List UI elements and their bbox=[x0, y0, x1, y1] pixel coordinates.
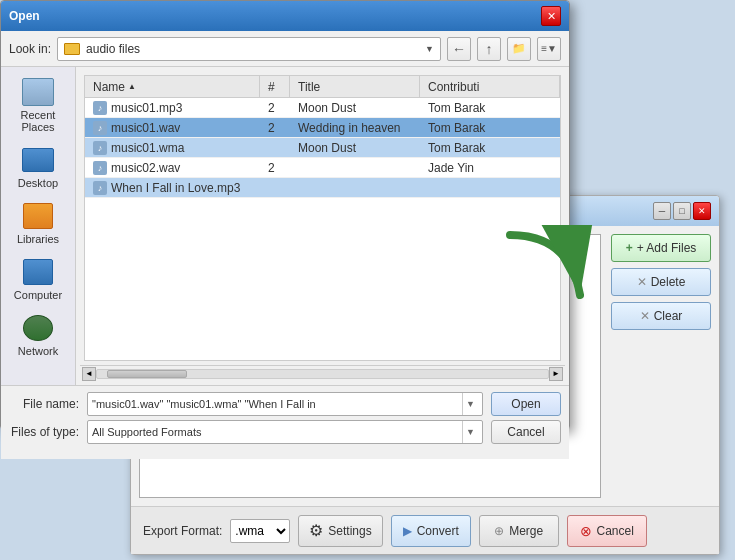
close-main-button[interactable]: ✕ bbox=[693, 202, 711, 220]
look-in-label: Look in: bbox=[9, 42, 51, 56]
main-bottom-bar: Export Format: .wma ⚙ Settings ▶ Convert… bbox=[131, 506, 719, 554]
add-files-button[interactable]: + + Add Files bbox=[611, 234, 711, 262]
sort-arrow-icon: ▲ bbox=[128, 82, 136, 91]
filetype-row: Files of type: All Supported Formats ▼ C… bbox=[9, 420, 561, 444]
dialog-close-button[interactable]: ✕ bbox=[541, 6, 561, 26]
back-button[interactable]: ← bbox=[447, 37, 471, 61]
libraries-icon bbox=[20, 201, 56, 231]
col-header-name[interactable]: Name ▲ bbox=[85, 76, 260, 97]
cancel-main-label: Cancel bbox=[597, 524, 634, 538]
export-format-label: Export Format: bbox=[143, 524, 222, 538]
settings-button[interactable]: ⚙ Settings bbox=[298, 515, 382, 547]
filename-value: "music01.wav" "music01.wma" "When I Fall… bbox=[92, 398, 462, 410]
col-header-title[interactable]: Title bbox=[290, 76, 420, 97]
table-row[interactable]: ♪ music01.wav 2 Wedding in heaven Tom Ba… bbox=[85, 118, 560, 138]
folder-icon bbox=[64, 43, 80, 55]
convert-icon: ▶ bbox=[403, 524, 412, 538]
col-header-num[interactable]: # bbox=[260, 76, 290, 97]
convert-label: Convert bbox=[417, 524, 459, 538]
horizontal-scrollbar[interactable]: ◄ ► bbox=[80, 365, 565, 381]
filetype-combo[interactable]: All Supported Formats ▼ bbox=[87, 420, 483, 444]
minimize-button[interactable]: ─ bbox=[653, 202, 671, 220]
look-in-combo[interactable]: audio files ▼ bbox=[57, 37, 441, 61]
merge-icon: ⊕ bbox=[494, 524, 504, 538]
desktop-label: Desktop bbox=[18, 177, 58, 189]
music-file-icon: ♪ bbox=[93, 121, 107, 135]
add-files-label: + Add Files bbox=[637, 241, 697, 255]
sidebar-nav: Recent Places Desktop Libraries Computer bbox=[1, 67, 76, 385]
dialog-title-bar: Open ✕ bbox=[1, 1, 569, 31]
dialog-main-area: Recent Places Desktop Libraries Computer bbox=[1, 67, 569, 385]
table-row[interactable]: ♪ When I Fall in Love.mp3 bbox=[85, 178, 560, 198]
file-name-cell: ♪ music01.wma bbox=[85, 140, 260, 156]
file-name-cell: ♪ music02.wav bbox=[85, 160, 260, 176]
col-title-label: Title bbox=[298, 80, 320, 94]
scroll-right-button[interactable]: ► bbox=[549, 367, 563, 381]
up-folder-button[interactable]: ↑ bbox=[477, 37, 501, 61]
computer-label: Computer bbox=[14, 289, 62, 301]
convert-button[interactable]: ▶ Convert bbox=[391, 515, 471, 547]
sidebar-item-recent-places[interactable]: Recent Places bbox=[4, 73, 72, 137]
view-button[interactable]: ≡▼ bbox=[537, 37, 561, 61]
sidebar-item-network[interactable]: Network bbox=[4, 309, 72, 361]
settings-label: Settings bbox=[328, 524, 371, 538]
dialog-bottom: File name: "music01.wav" "music01.wma" "… bbox=[1, 385, 569, 459]
col-name-label: Name bbox=[93, 80, 125, 94]
recent-places-icon bbox=[20, 77, 56, 107]
right-button-panel: + + Add Files ✕ Delete ✕ Clear bbox=[609, 226, 719, 506]
merge-button[interactable]: ⊕ Merge bbox=[479, 515, 559, 547]
maximize-button[interactable]: □ bbox=[673, 202, 691, 220]
dialog-toolbar: Look in: audio files ▼ ← ↑ 📁 ≡▼ bbox=[1, 31, 569, 67]
cancel-button-label: Cancel bbox=[507, 425, 544, 439]
format-select[interactable]: .wma bbox=[230, 519, 290, 543]
file-name-cell: ♪ When I Fall in Love.mp3 bbox=[85, 180, 260, 196]
filename-combo[interactable]: "music01.wav" "music01.wma" "When I Fall… bbox=[87, 392, 483, 416]
music-file-icon: ♪ bbox=[93, 181, 107, 195]
new-folder-button[interactable]: 📁 bbox=[507, 37, 531, 61]
file-rows: ♪ music01.mp3 2 Moon Dust Tom Barak ♪ mu… bbox=[85, 98, 560, 360]
scrollbar-thumb[interactable] bbox=[107, 370, 187, 378]
dialog-title: Open bbox=[9, 9, 40, 23]
filename-combo-arrow[interactable]: ▼ bbox=[462, 393, 478, 415]
music-file-icon: ♪ bbox=[93, 101, 107, 115]
col-header-contrib[interactable]: Contributi bbox=[420, 76, 560, 97]
look-in-folder-name: audio files bbox=[86, 42, 421, 56]
clear-icon: ✕ bbox=[640, 309, 650, 323]
clear-button[interactable]: ✕ Clear bbox=[611, 302, 711, 330]
file-name-cell: ♪ music01.mp3 bbox=[85, 100, 260, 116]
col-contrib-label: Contributi bbox=[428, 80, 479, 94]
table-row[interactable]: ♪ music01.mp3 2 Moon Dust Tom Barak bbox=[85, 98, 560, 118]
clear-label: Clear bbox=[654, 309, 683, 323]
open-button-label: Open bbox=[511, 397, 540, 411]
desktop-icon bbox=[20, 145, 56, 175]
delete-icon: ✕ bbox=[637, 275, 647, 289]
table-row[interactable]: ♪ music02.wav 2 Jade Yin bbox=[85, 158, 560, 178]
network-icon bbox=[20, 313, 56, 343]
curved-arrow bbox=[490, 225, 610, 325]
sidebar-item-desktop[interactable]: Desktop bbox=[4, 141, 72, 193]
file-name-cell: ♪ music01.wav bbox=[85, 120, 260, 136]
sidebar-item-computer[interactable]: Computer bbox=[4, 253, 72, 305]
sidebar-item-libraries[interactable]: Libraries bbox=[4, 197, 72, 249]
table-row[interactable]: ♪ music01.wma Moon Dust Tom Barak bbox=[85, 138, 560, 158]
scroll-left-button[interactable]: ◄ bbox=[82, 367, 96, 381]
cancel-main-button[interactable]: ⊗ Cancel bbox=[567, 515, 647, 547]
col-num-label: # bbox=[268, 80, 275, 94]
libraries-label: Libraries bbox=[17, 233, 59, 245]
open-button[interactable]: Open bbox=[491, 392, 561, 416]
open-file-dialog: Open ✕ Look in: audio files ▼ ← ↑ 📁 ≡▼ R… bbox=[0, 0, 570, 430]
music-file-icon: ♪ bbox=[93, 161, 107, 175]
filetype-value: All Supported Formats bbox=[92, 426, 462, 438]
filetype-label: Files of type: bbox=[9, 425, 79, 439]
filetype-combo-arrow[interactable]: ▼ bbox=[462, 421, 478, 443]
filename-label: File name: bbox=[9, 397, 79, 411]
dialog-cancel-button[interactable]: Cancel bbox=[491, 420, 561, 444]
cancel-circle-icon: ⊗ bbox=[580, 523, 592, 539]
filename-row: File name: "music01.wav" "music01.wma" "… bbox=[9, 392, 561, 416]
plus-icon: + bbox=[626, 241, 633, 255]
gear-icon: ⚙ bbox=[309, 521, 323, 540]
delete-button[interactable]: ✕ Delete bbox=[611, 268, 711, 296]
scrollbar-track bbox=[96, 369, 549, 379]
network-label: Network bbox=[18, 345, 58, 357]
recent-places-label: Recent Places bbox=[6, 109, 70, 133]
